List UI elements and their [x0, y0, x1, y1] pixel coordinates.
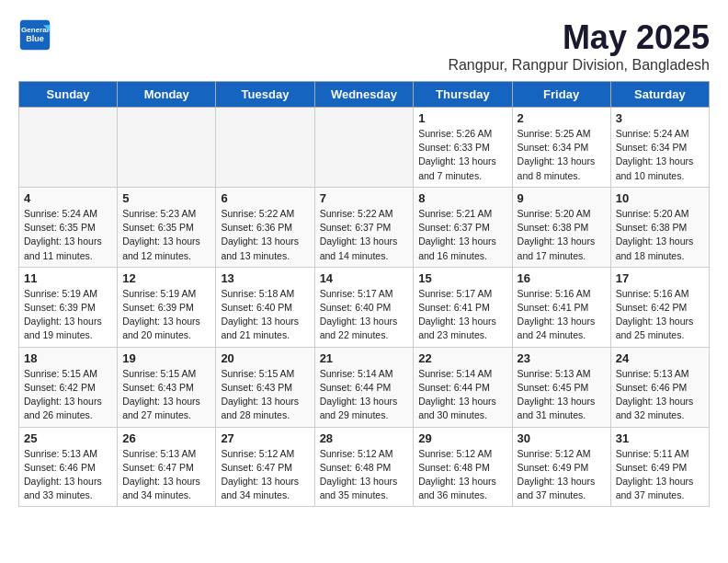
calendar-cell — [19, 108, 118, 188]
day-info: Sunrise: 5:15 AM Sunset: 6:43 PM Dayligh… — [122, 367, 210, 423]
day-number: 5 — [122, 191, 210, 205]
weekday-header: Tuesday — [216, 82, 314, 108]
day-number: 12 — [122, 271, 210, 285]
subtitle: Rangpur, Rangpur Division, Bangladesh — [448, 57, 710, 74]
day-number: 18 — [24, 351, 112, 365]
calendar-cell: 25Sunrise: 5:13 AM Sunset: 6:46 PM Dayli… — [19, 427, 118, 507]
day-info: Sunrise: 5:19 AM Sunset: 6:39 PM Dayligh… — [24, 287, 112, 343]
svg-text:General: General — [21, 26, 49, 34]
day-info: Sunrise: 5:12 AM Sunset: 6:49 PM Dayligh… — [518, 447, 606, 503]
day-number: 26 — [122, 431, 210, 445]
day-number: 10 — [616, 191, 704, 205]
day-info: Sunrise: 5:26 AM Sunset: 6:33 PM Dayligh… — [418, 127, 506, 183]
calendar-cell — [314, 108, 414, 188]
weekday-header: Thursday — [414, 82, 512, 108]
weekday-header: Monday — [118, 82, 216, 108]
weekday-header: Friday — [512, 82, 610, 108]
day-number: 4 — [24, 191, 112, 205]
calendar-cell: 1Sunrise: 5:26 AM Sunset: 6:33 PM Daylig… — [414, 108, 512, 188]
calendar-cell: 31Sunrise: 5:11 AM Sunset: 6:49 PM Dayli… — [610, 427, 709, 507]
calendar-cell: 21Sunrise: 5:14 AM Sunset: 6:44 PM Dayli… — [314, 347, 414, 427]
day-info: Sunrise: 5:12 AM Sunset: 6:48 PM Dayligh… — [320, 447, 409, 503]
day-number: 9 — [518, 191, 606, 205]
day-info: Sunrise: 5:25 AM Sunset: 6:34 PM Dayligh… — [518, 127, 606, 183]
calendar-cell: 12Sunrise: 5:19 AM Sunset: 6:39 PM Dayli… — [118, 267, 216, 347]
day-info: Sunrise: 5:17 AM Sunset: 6:40 PM Dayligh… — [320, 287, 409, 343]
calendar-cell: 26Sunrise: 5:13 AM Sunset: 6:47 PM Dayli… — [118, 427, 216, 507]
calendar-cell: 15Sunrise: 5:17 AM Sunset: 6:41 PM Dayli… — [414, 267, 512, 347]
calendar-cell: 19Sunrise: 5:15 AM Sunset: 6:43 PM Dayli… — [118, 347, 216, 427]
main-title: May 2025 — [448, 18, 710, 57]
day-number: 6 — [221, 191, 309, 205]
day-number: 31 — [616, 431, 704, 445]
day-info: Sunrise: 5:24 AM Sunset: 6:34 PM Dayligh… — [616, 127, 704, 183]
calendar-cell: 9Sunrise: 5:20 AM Sunset: 6:38 PM Daylig… — [512, 187, 610, 267]
day-number: 16 — [518, 271, 606, 285]
day-number: 2 — [518, 111, 606, 125]
day-info: Sunrise: 5:22 AM Sunset: 6:37 PM Dayligh… — [320, 207, 409, 263]
day-info: Sunrise: 5:24 AM Sunset: 6:35 PM Dayligh… — [24, 207, 112, 263]
day-info: Sunrise: 5:13 AM Sunset: 6:45 PM Dayligh… — [518, 367, 606, 423]
day-info: Sunrise: 5:18 AM Sunset: 6:40 PM Dayligh… — [221, 287, 309, 343]
day-number: 1 — [418, 111, 506, 125]
calendar-cell: 3Sunrise: 5:24 AM Sunset: 6:34 PM Daylig… — [610, 108, 709, 188]
calendar-cell — [118, 108, 216, 188]
calendar-cell: 13Sunrise: 5:18 AM Sunset: 6:40 PM Dayli… — [216, 267, 314, 347]
day-number: 8 — [418, 191, 506, 205]
calendar-cell: 22Sunrise: 5:14 AM Sunset: 6:44 PM Dayli… — [414, 347, 512, 427]
day-number: 3 — [616, 111, 704, 125]
day-number: 29 — [418, 431, 506, 445]
day-info: Sunrise: 5:13 AM Sunset: 6:46 PM Dayligh… — [616, 367, 704, 423]
calendar-cell: 28Sunrise: 5:12 AM Sunset: 6:48 PM Dayli… — [314, 427, 414, 507]
calendar-cell: 6Sunrise: 5:22 AM Sunset: 6:36 PM Daylig… — [216, 187, 314, 267]
day-info: Sunrise: 5:16 AM Sunset: 6:41 PM Dayligh… — [518, 287, 606, 343]
day-number: 7 — [320, 191, 409, 205]
day-info: Sunrise: 5:14 AM Sunset: 6:44 PM Dayligh… — [320, 367, 409, 423]
day-number: 11 — [24, 271, 112, 285]
day-number: 17 — [616, 271, 704, 285]
calendar-cell: 11Sunrise: 5:19 AM Sunset: 6:39 PM Dayli… — [19, 267, 118, 347]
day-info: Sunrise: 5:15 AM Sunset: 6:42 PM Dayligh… — [24, 367, 112, 423]
weekday-header: Wednesday — [314, 82, 414, 108]
day-number: 27 — [221, 431, 309, 445]
calendar-cell: 8Sunrise: 5:21 AM Sunset: 6:37 PM Daylig… — [414, 187, 512, 267]
title-block: May 2025 Rangpur, Rangpur Division, Bang… — [448, 18, 710, 74]
day-number: 24 — [616, 351, 704, 365]
calendar-cell: 18Sunrise: 5:15 AM Sunset: 6:42 PM Dayli… — [19, 347, 118, 427]
calendar-cell: 24Sunrise: 5:13 AM Sunset: 6:46 PM Dayli… — [610, 347, 709, 427]
calendar-cell: 5Sunrise: 5:23 AM Sunset: 6:35 PM Daylig… — [118, 187, 216, 267]
calendar-cell: 30Sunrise: 5:12 AM Sunset: 6:49 PM Dayli… — [512, 427, 610, 507]
day-number: 14 — [320, 271, 409, 285]
calendar-cell: 2Sunrise: 5:25 AM Sunset: 6:34 PM Daylig… — [512, 108, 610, 188]
calendar: SundayMondayTuesdayWednesdayThursdayFrid… — [18, 81, 710, 507]
day-number: 13 — [221, 271, 309, 285]
logo: General Blue — [18, 18, 51, 52]
svg-text:Blue: Blue — [26, 34, 44, 43]
calendar-cell: 27Sunrise: 5:12 AM Sunset: 6:47 PM Dayli… — [216, 427, 314, 507]
day-info: Sunrise: 5:20 AM Sunset: 6:38 PM Dayligh… — [616, 207, 704, 263]
day-info: Sunrise: 5:19 AM Sunset: 6:39 PM Dayligh… — [122, 287, 210, 343]
calendar-cell: 14Sunrise: 5:17 AM Sunset: 6:40 PM Dayli… — [314, 267, 414, 347]
day-info: Sunrise: 5:17 AM Sunset: 6:41 PM Dayligh… — [418, 287, 506, 343]
day-number: 22 — [418, 351, 506, 365]
weekday-header: Sunday — [19, 82, 118, 108]
calendar-cell: 10Sunrise: 5:20 AM Sunset: 6:38 PM Dayli… — [610, 187, 709, 267]
calendar-cell: 29Sunrise: 5:12 AM Sunset: 6:48 PM Dayli… — [414, 427, 512, 507]
day-info: Sunrise: 5:20 AM Sunset: 6:38 PM Dayligh… — [518, 207, 606, 263]
logo-icon: General Blue — [18, 18, 51, 52]
calendar-cell: 23Sunrise: 5:13 AM Sunset: 6:45 PM Dayli… — [512, 347, 610, 427]
calendar-cell — [216, 108, 314, 188]
day-number: 28 — [320, 431, 409, 445]
day-info: Sunrise: 5:13 AM Sunset: 6:47 PM Dayligh… — [122, 447, 210, 503]
day-info: Sunrise: 5:14 AM Sunset: 6:44 PM Dayligh… — [418, 367, 506, 423]
day-number: 15 — [418, 271, 506, 285]
calendar-cell: 7Sunrise: 5:22 AM Sunset: 6:37 PM Daylig… — [314, 187, 414, 267]
calendar-cell: 4Sunrise: 5:24 AM Sunset: 6:35 PM Daylig… — [19, 187, 118, 267]
day-info: Sunrise: 5:23 AM Sunset: 6:35 PM Dayligh… — [122, 207, 210, 263]
calendar-cell: 17Sunrise: 5:16 AM Sunset: 6:42 PM Dayli… — [610, 267, 709, 347]
day-info: Sunrise: 5:22 AM Sunset: 6:36 PM Dayligh… — [221, 207, 309, 263]
day-info: Sunrise: 5:16 AM Sunset: 6:42 PM Dayligh… — [616, 287, 704, 343]
calendar-cell: 20Sunrise: 5:15 AM Sunset: 6:43 PM Dayli… — [216, 347, 314, 427]
day-info: Sunrise: 5:15 AM Sunset: 6:43 PM Dayligh… — [221, 367, 309, 423]
day-info: Sunrise: 5:11 AM Sunset: 6:49 PM Dayligh… — [616, 447, 704, 503]
